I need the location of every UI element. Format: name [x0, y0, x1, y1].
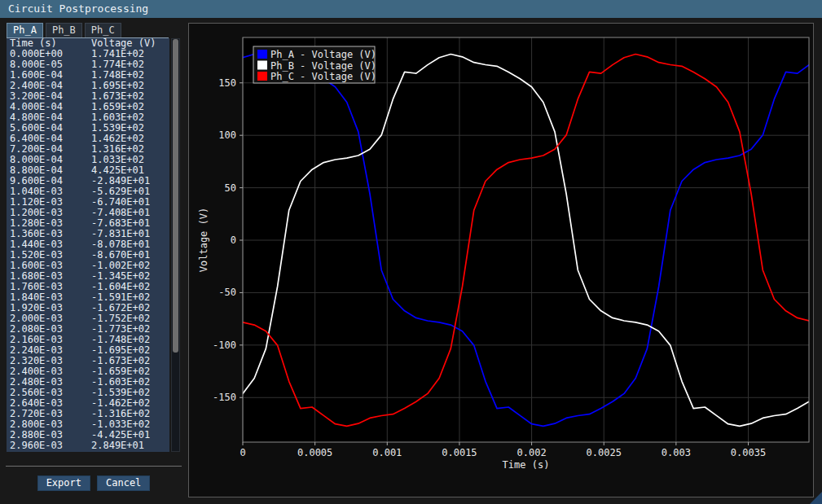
button-row: Export Cancel — [0, 476, 187, 492]
y-tick-label: 150 — [218, 77, 236, 89]
tab-ph-a[interactable]: Ph_A — [7, 23, 43, 37]
x-tick-label: 0.002 — [517, 447, 547, 458]
x-tick-label: 0.001 — [372, 447, 402, 458]
table-row: 2.960E-032.849E+01 — [7, 440, 169, 451]
resize-grip[interactable] — [810, 492, 822, 504]
x-tick-label: 0 — [240, 447, 245, 458]
scrollbar-thumb[interactable] — [173, 39, 178, 353]
cell-voltage: 2.849E+01 — [91, 440, 169, 451]
y-axis-label: Voltage (V) — [198, 208, 209, 272]
y-tick-label: -50 — [218, 287, 236, 298]
table-scrollbar[interactable] — [171, 38, 180, 452]
y-tick-label: -100 — [213, 340, 236, 351]
y-tick-label: 0 — [231, 234, 236, 246]
x-tick-label: 0.0015 — [442, 447, 477, 458]
button-separator — [6, 466, 182, 467]
tab-bar: Ph_A Ph_B Ph_C — [7, 23, 169, 38]
y-tick-label: -150 — [213, 392, 236, 403]
cell-time: 2.960E-03 — [7, 440, 91, 451]
x-axis-label: Time (s) — [503, 459, 550, 471]
x-tick-label: 0.0035 — [731, 447, 766, 458]
legend-swatch-ph-c — [257, 72, 267, 81]
y-tick-label: 50 — [225, 182, 236, 194]
x-tick-label: 0.003 — [662, 447, 691, 458]
window-title: Circuit Postprocessing — [8, 2, 148, 15]
legend-swatch-ph-a — [257, 50, 267, 59]
export-button[interactable]: Export — [37, 476, 90, 491]
legend-label: Ph_B - Voltage (V) — [270, 60, 376, 72]
legend-label: Ph_C - Voltage (V) — [270, 71, 376, 82]
chart-panel: 00.00050.0010.00150.0020.00250.0030.0035… — [188, 23, 814, 497]
x-tick-label: 0.0025 — [587, 447, 622, 458]
tab-ph-b[interactable]: Ph_B — [46, 23, 82, 37]
data-table: Time (s) Voltage (V) 0.000E+001.741E+028… — [7, 38, 169, 452]
legend-label: Ph_A - Voltage (V) — [270, 49, 376, 60]
legend-swatch-ph-b — [257, 61, 267, 70]
voltage-chart: 00.00050.0010.00150.0020.00250.0030.0035… — [189, 24, 813, 497]
tab-ph-c[interactable]: Ph_C — [85, 23, 121, 37]
x-tick-label: 0.0005 — [297, 447, 332, 458]
cancel-button[interactable]: Cancel — [97, 476, 150, 491]
plot-area — [243, 37, 809, 442]
window-title-bar: Circuit Postprocessing — [0, 0, 822, 18]
y-tick-label: 100 — [218, 129, 236, 141]
